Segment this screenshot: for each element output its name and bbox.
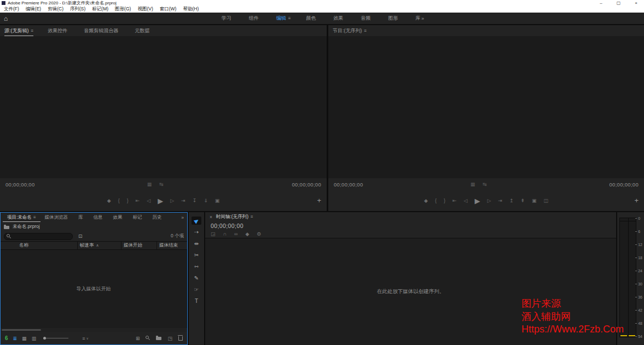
workspace-tab[interactable]: 音频 <box>353 15 380 22</box>
project-file-row[interactable]: 未命名.prproj <box>1 222 187 231</box>
mark-out-button[interactable]: } <box>444 198 445 203</box>
source-timecode[interactable]: 00;00;00;00 <box>5 182 35 188</box>
close-button[interactable]: × <box>635 1 637 5</box>
panel-menu-icon[interactable]: ≡ <box>251 214 253 219</box>
timeline-tab[interactable]: 时间轴:(无序列) ≡ <box>216 214 253 220</box>
output-settings-icon[interactable]: ▦ <box>471 182 475 187</box>
workspace-tab[interactable]: 效果 <box>326 15 353 22</box>
column-header[interactable]: 帧速率 ∧ <box>77 242 121 249</box>
column-header[interactable]: 媒体结束 <box>156 242 187 249</box>
panel-tab[interactable]: 源:(无剪辑) ≡ <box>4 25 33 36</box>
selection-tool[interactable]: ▶ <box>192 217 201 225</box>
restore-button[interactable]: ▢ <box>617 1 621 5</box>
clear-button[interactable] <box>178 335 183 342</box>
workspace-tab[interactable]: 图形 <box>380 15 408 22</box>
column-header[interactable]: 名称 <box>1 242 77 249</box>
extract-button[interactable]: ⇞ <box>520 198 525 203</box>
icon-view-button[interactable]: ▦ <box>22 336 27 341</box>
panel-tab[interactable]: 库 <box>74 213 89 222</box>
step-back-button[interactable]: ◁ <box>463 198 467 203</box>
go-to-out-button[interactable]: ⇥ <box>181 198 185 203</box>
search-box[interactable] <box>4 233 73 240</box>
search-input[interactable] <box>13 234 70 239</box>
panel-tab[interactable]: 媒体浏览器 <box>40 213 74 222</box>
fit-level-icon[interactable]: ↹ <box>159 182 164 187</box>
compare-view-button[interactable]: ◫ <box>543 198 548 203</box>
panel-tab[interactable]: 节目:(无序列) ≡ <box>333 25 367 36</box>
menu-item[interactable]: 编辑(E) <box>22 6 44 13</box>
mark-out-button[interactable]: } <box>127 198 129 203</box>
workspace-tab[interactable]: 颜色 <box>298 15 326 22</box>
workspace-tab[interactable]: 组件 <box>241 15 269 22</box>
type-tool[interactable]: T <box>192 297 201 305</box>
program-timecode[interactable]: 00;00;00;00 <box>334 182 363 188</box>
list-view-button[interactable]: ≣ <box>13 336 18 341</box>
sort-button[interactable]: ≡ ∨ <box>82 336 89 341</box>
track-select-forward-tool[interactable]: ⇢ <box>192 228 201 236</box>
panel-tab[interactable]: 项目:未命名 ≡ <box>3 213 40 222</box>
find-button[interactable] <box>146 336 150 341</box>
panel-close-icon[interactable]: × <box>210 214 212 220</box>
insert-button[interactable]: ↧ <box>193 198 197 203</box>
slip-tool[interactable]: ⇿ <box>192 262 201 271</box>
play-button[interactable]: ▶ <box>158 197 163 205</box>
project-list-area[interactable]: 导入媒体以开始 <box>1 250 187 328</box>
overwrite-button[interactable]: ⇓ <box>204 198 208 203</box>
play-button[interactable]: ▶ <box>474 197 480 205</box>
linked-selection-icon[interactable]: ∞ <box>234 231 237 237</box>
lift-button[interactable]: ↥ <box>509 198 514 203</box>
output-settings-icon[interactable]: ▦ <box>147 182 152 187</box>
panel-tab[interactable]: 效果控件 <box>48 25 69 36</box>
timeline-timecode[interactable]: 00;00;00;00 <box>205 221 616 230</box>
go-to-in-button[interactable]: ⇤ <box>452 198 457 203</box>
workspace-tab[interactable]: 库 <box>408 15 430 22</box>
menu-item[interactable]: 图形(G) <box>112 6 134 13</box>
panel-tab[interactable]: 信息 <box>89 213 109 222</box>
mark-in-button[interactable]: { <box>118 198 120 203</box>
panel-tab[interactable]: 效果 <box>109 213 129 222</box>
snap-icon[interactable]: ∩ <box>223 231 227 237</box>
menu-item[interactable]: 剪辑(C) <box>44 6 67 13</box>
home-icon[interactable]: ⌂ <box>4 15 8 22</box>
column-header[interactable]: 媒体开始 <box>121 242 156 249</box>
workspace-tab[interactable]: 学习 <box>214 15 241 22</box>
add-marker-button[interactable]: ◆ <box>424 198 428 203</box>
panel-tab[interactable]: 历史 <box>148 213 168 222</box>
workspace-tab[interactable]: 编辑 ≡ <box>269 15 299 22</box>
freeform-view-button[interactable]: ▥ <box>32 336 37 341</box>
menu-item[interactable]: 文件(F) <box>1 6 22 13</box>
scrollbar-thumb[interactable] <box>2 329 41 331</box>
panel-menu-icon[interactable]: ≡ <box>33 215 36 220</box>
panel-tab[interactable]: 音频剪辑混合器 <box>84 25 120 36</box>
panel-tab[interactable]: 标记 <box>129 213 148 222</box>
menu-item[interactable]: 序列(S) <box>67 6 89 13</box>
workspace-tab-menu-icon[interactable]: ≡ <box>288 16 291 21</box>
menu-item[interactable]: 窗口(W) <box>156 6 180 13</box>
horizontal-scrollbar[interactable] <box>1 328 187 332</box>
hand-tool[interactable]: ☞ <box>192 285 201 294</box>
go-to-out-button[interactable]: ⇥ <box>498 198 502 203</box>
nest-insert-toggle-icon[interactable]: ◲ <box>211 231 216 237</box>
go-to-in-button[interactable]: ⇤ <box>136 198 140 203</box>
new-item-button[interactable]: ◳ <box>167 336 172 341</box>
panel-menu-icon[interactable]: ≡ <box>31 28 34 33</box>
minimize-button[interactable]: – <box>600 1 602 5</box>
panel-menu-icon[interactable]: ≡ <box>364 28 367 33</box>
button-editor-add-icon[interactable]: + <box>634 196 639 204</box>
timeline-settings-icon[interactable]: ⚙ <box>257 231 261 237</box>
mark-in-button[interactable]: { <box>435 198 437 203</box>
step-forward-button[interactable]: ▷ <box>487 198 491 203</box>
step-back-button[interactable]: ◁ <box>147 198 150 203</box>
add-marker-icon[interactable]: ◆ <box>245 231 249 237</box>
pen-tool[interactable]: ✎ <box>192 274 201 282</box>
zoom-slider[interactable] <box>43 338 68 338</box>
workspace-overflow-icon[interactable]: » <box>421 16 424 21</box>
export-frame-button[interactable]: ▣ <box>532 198 537 203</box>
ripple-edit-tool[interactable]: ⇹ <box>192 239 201 248</box>
menu-item[interactable]: 标记(M) <box>89 6 112 13</box>
menu-item[interactable]: 视图(V) <box>134 6 156 13</box>
add-marker-button[interactable]: ◆ <box>107 198 111 203</box>
project-writable-indicator[interactable]: 6 <box>5 335 8 341</box>
automate-to-sequence-button[interactable]: ⊞ <box>136 336 140 341</box>
button-editor-add-icon[interactable]: + <box>317 196 321 204</box>
